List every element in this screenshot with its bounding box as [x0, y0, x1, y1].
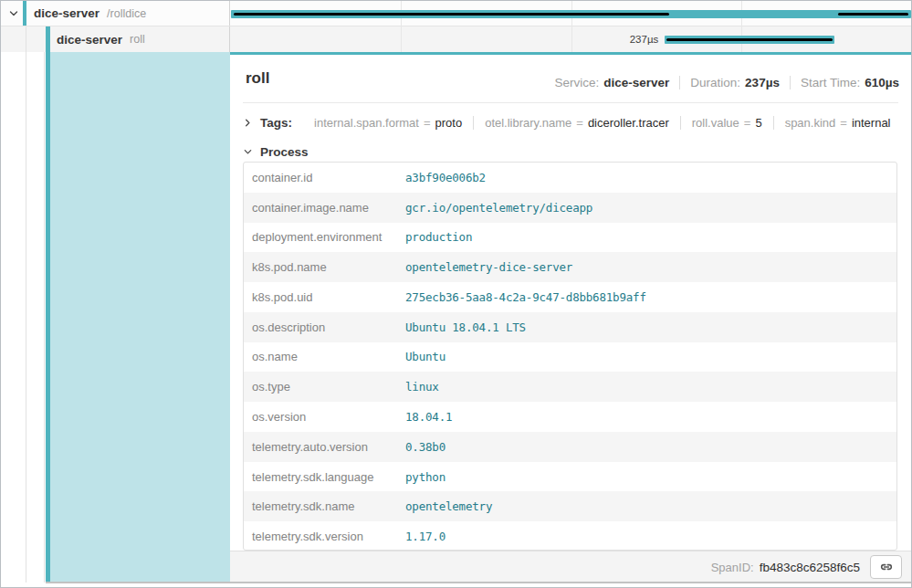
row-key: os.type — [244, 380, 405, 394]
spanid-label: SpanID: — [711, 561, 754, 574]
row-value: 275ecb36-5aa8-4c2a-9c47-d8bb681b9aff — [405, 290, 646, 304]
row-value: production — [405, 230, 472, 244]
row-value: Ubuntu — [405, 350, 446, 363]
row-value: linux — [405, 380, 439, 394]
table-row: os.type linux — [244, 372, 896, 402]
timeline: 237µs — [231, 1, 911, 52]
row-value: python — [405, 470, 446, 484]
critical-path-segment — [666, 38, 833, 41]
row-key: k8s.pod.name — [244, 260, 405, 274]
tag-equals: = — [576, 116, 583, 130]
overview-value: dice-server — [603, 76, 669, 89]
span-name-cell-roll[interactable]: dice-server roll — [1, 26, 230, 52]
tag-equals: = — [840, 116, 847, 130]
copy-span-link-button[interactable] — [870, 555, 902, 579]
header-divider — [243, 102, 898, 103]
row-key: telemetry.sdk.version — [244, 530, 405, 543]
span-title: roll — [246, 69, 269, 88]
row-value: opentelemetry-dice-server — [405, 260, 572, 274]
span-color-accent — [23, 1, 26, 26]
span-name-cell-rolldice[interactable]: dice-server /rolldice — [1, 1, 230, 26]
row-key: os.name — [244, 350, 405, 363]
row-key: telemetry.auto.version — [244, 440, 405, 454]
span-bar-rolldice[interactable] — [231, 10, 911, 18]
row-key: deployment.environment — [244, 230, 405, 244]
tag-key: internal.span.format — [314, 116, 419, 130]
table-row: k8s.pod.name opentelemetry-dice-server — [244, 252, 896, 282]
tag-equals: = — [424, 116, 431, 130]
tag-key: span.kind — [785, 116, 836, 130]
row-value: gcr.io/opentelemetry/diceapp — [405, 201, 592, 215]
process-label: Process — [260, 145, 309, 159]
row-key: telemetry.sdk.name — [244, 499, 405, 513]
table-row: telemetry.auto.version 0.38b0 — [244, 432, 896, 462]
table-row: telemetry.sdk.name opentelemetry — [244, 491, 896, 521]
spanid-value: fb483c8c6258f6c5 — [760, 561, 860, 574]
row-key: os.description — [244, 320, 405, 334]
service-name: dice-server — [57, 33, 122, 47]
tag-value: internal — [852, 116, 891, 130]
service-name: dice-server — [34, 6, 100, 20]
overview-value: 610µs — [865, 76, 899, 89]
tag-key: roll.value — [692, 116, 739, 130]
chevron-down-icon[interactable] — [8, 8, 19, 19]
operation-name: roll — [130, 33, 145, 46]
selected-span-background — [50, 52, 230, 583]
row-value: 18.04.1 — [405, 410, 452, 424]
overview-value: 237µs — [745, 76, 780, 89]
tag-item: roll.value = 5 — [680, 116, 773, 130]
tags-label: Tags: — [260, 116, 292, 130]
operation-name: /rolldice — [107, 7, 146, 20]
overview-start-time: Start Time: 610µs — [790, 76, 899, 89]
critical-path-segment — [234, 13, 669, 16]
tag-key: otel.library.name — [485, 116, 571, 130]
overview-label: Service: — [554, 76, 599, 89]
row-key: telemetry.sdk.language — [244, 470, 405, 484]
row-value: opentelemetry — [405, 499, 492, 513]
row-value: Ubuntu 18.04.1 LTS — [405, 320, 526, 334]
row-key: os.version — [244, 410, 405, 424]
tag-value: proto — [435, 116, 463, 130]
tag-item: internal.span.format = proto — [303, 116, 473, 130]
overview-service: Service: dice-server — [544, 76, 679, 89]
span-bar-roll[interactable] — [665, 36, 834, 44]
row-value: 0.38b0 — [405, 440, 446, 454]
span-detail-footer: SpanID: fb483c8c6258f6c5 — [230, 551, 911, 583]
link-icon — [879, 560, 894, 574]
tags-section-toggle[interactable]: Tags: internal.span.format = proto otel.… — [243, 110, 902, 134]
detail-row-bottom-border — [46, 582, 911, 583]
row-key: k8s.pod.uid — [244, 290, 405, 304]
overview-label: Start Time: — [801, 76, 860, 89]
indent-guide — [44, 52, 45, 583]
row-value: 1.17.0 — [405, 530, 446, 543]
table-row: deployment.environment production — [244, 223, 896, 253]
jaeger-trace-detail-view: dice-server /rolldice dice-server roll 2… — [0, 0, 912, 588]
tag-value: diceroller.tracer — [588, 116, 669, 130]
process-section-toggle[interactable]: Process — [243, 141, 309, 163]
table-row: telemetry.sdk.language python — [244, 462, 896, 492]
table-row: container.id a3bf90e006b2 — [244, 163, 896, 193]
row-value: a3bf90e006b2 — [405, 171, 486, 184]
process-kv-table: container.id a3bf90e006b2 container.imag… — [243, 162, 897, 551]
tag-value: 5 — [755, 116, 761, 130]
chevron-down-icon — [243, 147, 253, 157]
span-duration-label: 237µs — [231, 34, 658, 45]
chevron-right-icon — [243, 118, 253, 128]
tag-equals: = — [744, 116, 751, 130]
table-row: container.image.name gcr.io/opentelemetr… — [244, 193, 896, 223]
table-row: k8s.pod.uid 275ecb36-5aa8-4c2a-9c47-d8bb… — [244, 282, 896, 312]
timeline-gridline — [741, 1, 742, 52]
indent-guide — [26, 26, 26, 583]
tag-list: internal.span.format = proto otel.librar… — [303, 116, 902, 130]
overview-label: Duration: — [690, 76, 740, 89]
tag-item: otel.library.name = diceroller.tracer — [473, 116, 680, 130]
overview-duration: Duration: 237µs — [679, 76, 790, 89]
table-row: os.name Ubuntu — [244, 342, 896, 373]
row-key: container.id — [244, 171, 405, 184]
span-detail-card: roll Service: dice-server Duration: 237µ… — [230, 52, 911, 583]
tag-item: span.kind = internal — [773, 116, 902, 130]
table-row: os.version 18.04.1 — [244, 402, 896, 432]
row-key: container.image.name — [244, 201, 405, 215]
critical-path-segment — [838, 13, 908, 16]
table-row: os.description Ubuntu 18.04.1 LTS — [244, 312, 896, 342]
